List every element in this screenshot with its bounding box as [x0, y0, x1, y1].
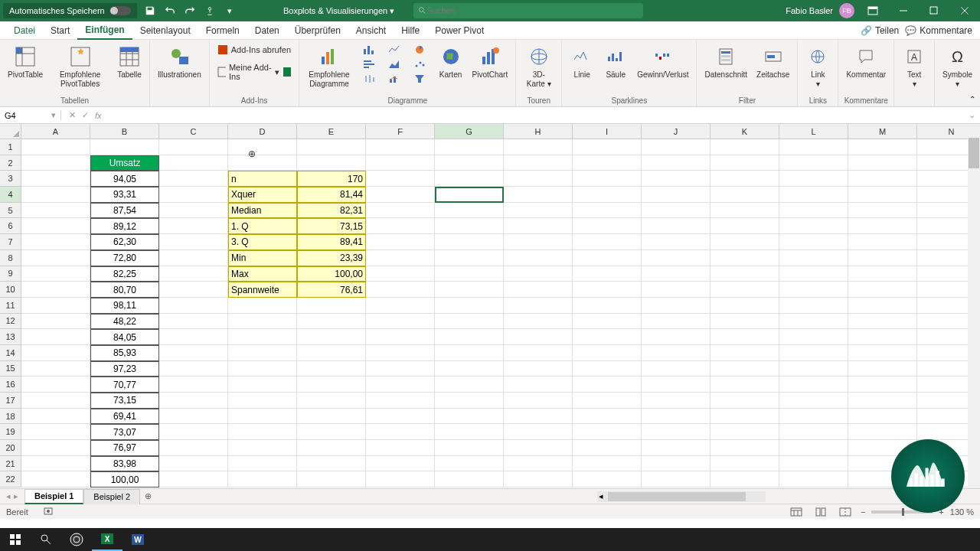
cell-I19[interactable]	[573, 424, 642, 440]
cell-L15[interactable]	[779, 361, 848, 377]
cell-J16[interactable]	[642, 377, 710, 393]
cell-J14[interactable]	[642, 345, 710, 361]
cell-B11[interactable]: 98,11	[90, 298, 159, 314]
slicer-button[interactable]: Datenschnitt	[701, 43, 750, 81]
cell-J15[interactable]	[642, 361, 710, 377]
cell-A22[interactable]	[21, 471, 90, 487]
cell-H15[interactable]	[504, 361, 573, 377]
cell-G20[interactable]	[435, 440, 504, 456]
macro-record-icon[interactable]	[44, 507, 54, 517]
cell-I13[interactable]	[573, 329, 642, 345]
cell-J3[interactable]	[642, 171, 710, 187]
area-chart-icon[interactable]	[385, 57, 405, 71]
cell-L3[interactable]	[779, 171, 848, 187]
cell-C11[interactable]	[159, 298, 228, 314]
cell-A20[interactable]	[21, 440, 90, 456]
ribbon-mode-icon[interactable]	[861, 0, 885, 21]
page-layout-view-icon[interactable]	[812, 506, 830, 518]
row-header-20[interactable]: 20	[0, 440, 21, 456]
menu-einfuegen[interactable]: Einfügen	[77, 21, 132, 40]
col-header-F[interactable]: F	[366, 124, 435, 139]
cell-B8[interactable]: 72,80	[90, 250, 159, 266]
cell-H5[interactable]	[504, 203, 573, 219]
cell-E18[interactable]	[297, 409, 366, 425]
cell-L19[interactable]	[779, 424, 848, 440]
cell-K22[interactable]	[710, 471, 779, 487]
recommended-charts-button[interactable]: Empfohlene Diagramme	[304, 43, 354, 90]
cell-H8[interactable]	[504, 250, 573, 266]
cell-B13[interactable]: 84,05	[90, 329, 159, 345]
row-header-21[interactable]: 21	[0, 456, 21, 472]
cell-E5[interactable]: 82,31	[297, 203, 366, 219]
normal-view-icon[interactable]	[787, 506, 805, 518]
cell-H7[interactable]	[504, 234, 573, 250]
row-header-1[interactable]: 1	[0, 139, 21, 155]
timeline-button[interactable]: Zeitachse	[753, 43, 792, 81]
row-header-13[interactable]: 13	[0, 329, 21, 345]
sheet-tab-1[interactable]: Beispiel 1	[24, 489, 83, 504]
cell-L4[interactable]	[779, 187, 848, 203]
cell-H11[interactable]	[504, 298, 573, 314]
cell-B9[interactable]: 82,25	[90, 266, 159, 282]
cell-B21[interactable]: 83,98	[90, 456, 159, 472]
row-header-12[interactable]: 12	[0, 314, 21, 330]
cell-E3[interactable]: 170	[297, 171, 366, 187]
cell-L14[interactable]	[779, 345, 848, 361]
cell-M6[interactable]	[848, 218, 917, 234]
sheet-tab-2[interactable]: Beispiel 2	[83, 489, 140, 504]
cell-B19[interactable]: 73,07	[90, 424, 159, 440]
cell-L16[interactable]	[779, 377, 848, 393]
cell-M14[interactable]	[848, 345, 917, 361]
cell-A21[interactable]	[21, 456, 90, 472]
cell-H20[interactable]	[504, 440, 573, 456]
comment-button[interactable]: Kommentar	[843, 43, 889, 81]
cell-L18[interactable]	[779, 409, 848, 425]
cell-I18[interactable]	[573, 409, 642, 425]
cell-L11[interactable]	[779, 298, 848, 314]
cell-B12[interactable]: 48,22	[90, 314, 159, 330]
row-header-5[interactable]: 5	[0, 203, 21, 219]
cell-E15[interactable]	[297, 361, 366, 377]
cell-J7[interactable]	[642, 234, 710, 250]
pie-chart-icon[interactable]	[410, 43, 430, 57]
cell-H18[interactable]	[504, 409, 573, 425]
cell-D13[interactable]	[228, 329, 297, 345]
cell-H6[interactable]	[504, 218, 573, 234]
cell-H19[interactable]	[504, 424, 573, 440]
cell-H2[interactable]	[504, 155, 573, 171]
cell-E13[interactable]	[297, 329, 366, 345]
touch-mode-icon[interactable]	[202, 3, 217, 18]
cell-C17[interactable]	[159, 393, 228, 409]
cell-B10[interactable]: 80,70	[90, 282, 159, 298]
cell-H13[interactable]	[504, 329, 573, 345]
cell-G10[interactable]	[435, 282, 504, 298]
cell-A13[interactable]	[21, 329, 90, 345]
cell-K12[interactable]	[710, 314, 779, 330]
pivotchart-button[interactable]: PivotChart	[469, 43, 511, 81]
cell-L13[interactable]	[779, 329, 848, 345]
cell-M12[interactable]	[848, 314, 917, 330]
cell-L8[interactable]	[779, 250, 848, 266]
col-header-M[interactable]: M	[848, 124, 917, 139]
cell-C2[interactable]	[159, 155, 228, 171]
cell-F18[interactable]	[366, 409, 435, 425]
cell-C6[interactable]	[159, 218, 228, 234]
cell-E8[interactable]: 23,39	[297, 250, 366, 266]
cell-A18[interactable]	[21, 409, 90, 425]
cell-D15[interactable]	[228, 361, 297, 377]
cell-G22[interactable]	[435, 471, 504, 487]
cell-K8[interactable]	[710, 250, 779, 266]
cell-D9[interactable]: Max	[228, 266, 297, 282]
cell-K18[interactable]	[710, 409, 779, 425]
maps-button[interactable]: Karten	[436, 43, 466, 81]
cell-K11[interactable]	[710, 298, 779, 314]
cell-D11[interactable]	[228, 298, 297, 314]
cell-M17[interactable]	[848, 393, 917, 409]
cell-K6[interactable]	[710, 218, 779, 234]
cell-C3[interactable]	[159, 171, 228, 187]
cell-J20[interactable]	[642, 440, 710, 456]
vertical-scrollbar[interactable]	[968, 124, 980, 488]
cell-E2[interactable]	[297, 155, 366, 171]
cell-C7[interactable]	[159, 234, 228, 250]
cell-J12[interactable]	[642, 314, 710, 330]
